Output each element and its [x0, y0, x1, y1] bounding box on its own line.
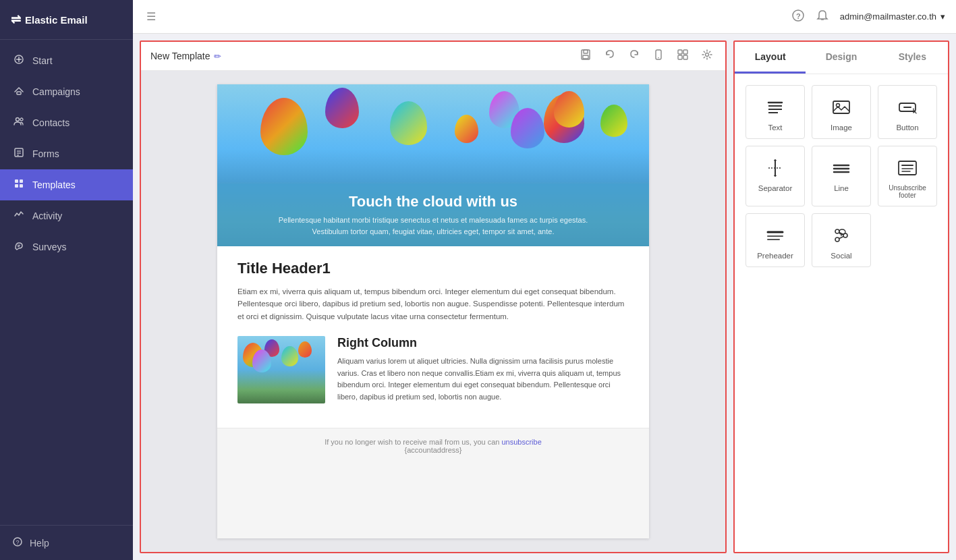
topbar-left: ☰ — [144, 9, 159, 24]
topbar: ☰ ? admin@mailmaster.co.th ▾ — [133, 0, 956, 34]
text-element-label: Text — [768, 123, 782, 132]
svg-line-56 — [839, 237, 843, 239]
separator-element-icon — [764, 157, 786, 179]
topbar-user[interactable]: admin@mailmaster.co.th ▾ — [840, 11, 945, 22]
surveys-icon — [12, 240, 26, 254]
sidebar-item-surveys[interactable]: Surveys — [0, 231, 133, 262]
start-icon — [12, 54, 26, 67]
balloon-6 — [600, 105, 627, 137]
user-dropdown-arrow: ▾ — [940, 11, 945, 22]
help-icon: ? — [12, 536, 23, 549]
tab-styles[interactable]: Styles — [877, 42, 948, 74]
layout-item-image[interactable]: Image — [812, 85, 871, 139]
social-element-label: Social — [831, 252, 851, 260]
sidebar-item-campaigns[interactable]: Campaigns — [0, 76, 133, 107]
layout-item-preheader[interactable]: Preheader — [746, 213, 805, 267]
hero-caption: Touch the cloud with us Pellentesque hab… — [217, 184, 649, 246]
forms-icon — [12, 147, 26, 161]
contacts-icon — [12, 116, 26, 130]
save-button[interactable] — [577, 47, 594, 65]
editor-canvas[interactable]: Touch the cloud with us Pellentesque hab… — [141, 71, 725, 552]
unsubscribe-element-label: Unsubscribe footer — [884, 184, 931, 199]
editor-title: New Template ✏ — [150, 51, 221, 61]
template-name: New Template — [150, 51, 210, 61]
sidebar-label-campaigns: Campaigns — [32, 86, 80, 97]
tab-design[interactable]: Design — [806, 42, 876, 74]
svg-rect-10 — [15, 179, 18, 183]
image-element-icon — [831, 96, 852, 118]
email-heading: Title Header1 — [237, 260, 629, 277]
editor-area: New Template ✏ — [133, 34, 733, 560]
right-panel-content: Text Image — [735, 74, 948, 552]
social-element-icon — [831, 225, 852, 246]
help-circle-icon[interactable]: ? — [791, 9, 805, 25]
sidebar-label-start: Start — [32, 55, 53, 66]
thumb-balloon-4 — [298, 341, 312, 358]
sidebar-item-activity[interactable]: Activity — [0, 200, 133, 231]
email-body: Title Header1 Etiam ex mi, viverra quis … — [217, 246, 649, 428]
hero-image-section: Touch the cloud with us Pellentesque hab… — [217, 84, 649, 246]
sidebar-label-surveys: Surveys — [32, 242, 67, 252]
mobile-preview-button[interactable] — [650, 47, 667, 65]
sidebar-item-templates[interactable]: Templates — [0, 169, 133, 200]
svg-point-54 — [835, 237, 839, 242]
hamburger-button[interactable]: ☰ — [144, 9, 159, 24]
balloon-3 — [390, 101, 427, 145]
sidebar-item-contacts[interactable]: Contacts — [0, 107, 133, 138]
email-preview: Touch the cloud with us Pellentesque hab… — [217, 84, 649, 538]
image-element-label: Image — [831, 123, 852, 132]
thumb-balloon-3 — [281, 346, 298, 366]
svg-point-25 — [658, 57, 659, 59]
unsubscribe-link[interactable]: unsubscribe — [501, 438, 541, 446]
balloon-9 — [554, 91, 584, 128]
svg-text:?: ? — [16, 539, 20, 546]
balloon-2 — [325, 88, 359, 128]
right-col-content: Right Column Aliquam varius lorem ut ali… — [337, 336, 629, 403]
main-area: ☰ ? admin@mailmaster.co.th ▾ New Templat — [133, 0, 956, 560]
notification-bell-icon[interactable] — [816, 9, 829, 25]
layout-item-text[interactable]: Text — [746, 85, 805, 139]
editor-actions — [577, 47, 716, 65]
grid-view-button[interactable] — [674, 47, 692, 65]
app-logo: ⇌ Elastic Email — [0, 0, 133, 40]
layout-item-line[interactable]: Line — [812, 146, 871, 206]
undo-button[interactable] — [601, 47, 619, 65]
balloon-1 — [260, 98, 308, 155]
layout-item-unsubscribe[interactable]: Unsubscribe footer — [878, 146, 937, 206]
sidebar-item-start[interactable]: Start — [0, 45, 133, 76]
balloon-8 — [511, 108, 544, 148]
redo-button[interactable] — [625, 47, 643, 65]
activity-icon — [12, 209, 26, 223]
svg-rect-27 — [683, 50, 687, 54]
layout-item-separator[interactable]: Separator — [746, 146, 805, 206]
svg-rect-11 — [20, 179, 23, 183]
svg-rect-22 — [584, 50, 588, 53]
svg-point-52 — [835, 229, 839, 233]
templates-icon — [12, 178, 26, 192]
svg-rect-35 — [833, 101, 849, 113]
right-col-title: Right Column — [337, 336, 629, 350]
button-element-label: Button — [896, 123, 918, 132]
app-name: Elastic Email — [25, 14, 88, 26]
sidebar-item-help[interactable]: ? Help — [12, 536, 121, 549]
email-footer: If you no longer wish to receive mail fr… — [217, 428, 649, 464]
template-editor-box: New Template ✏ — [140, 40, 727, 553]
layout-item-button[interactable]: Button — [878, 85, 937, 139]
email-body-text: Etiam ex mi, viverra quis aliquam ut, te… — [237, 285, 629, 323]
sidebar-label-contacts: Contacts — [32, 117, 69, 128]
unsubscribe-element-icon — [897, 157, 918, 179]
right-col-text: Aliquam varius lorem ut aliquet ultricie… — [337, 356, 629, 403]
logo-icon: ⇌ — [11, 12, 21, 27]
edit-title-icon[interactable]: ✏ — [214, 51, 221, 61]
tab-layout[interactable]: Layout — [735, 42, 806, 74]
layout-item-social[interactable]: Social — [812, 213, 871, 267]
settings-button[interactable] — [698, 47, 716, 65]
separator-element-label: Separator — [758, 184, 793, 192]
right-panel: Layout Design Styles — [733, 40, 949, 553]
svg-rect-29 — [683, 55, 687, 59]
sidebar-nav: Start Campaigns Contacts Forms — [0, 40, 133, 525]
sidebar-item-forms[interactable]: Forms — [0, 138, 133, 169]
svg-rect-45 — [899, 161, 916, 175]
layout-grid: Text Image — [746, 85, 937, 267]
balloon-7 — [455, 115, 478, 143]
